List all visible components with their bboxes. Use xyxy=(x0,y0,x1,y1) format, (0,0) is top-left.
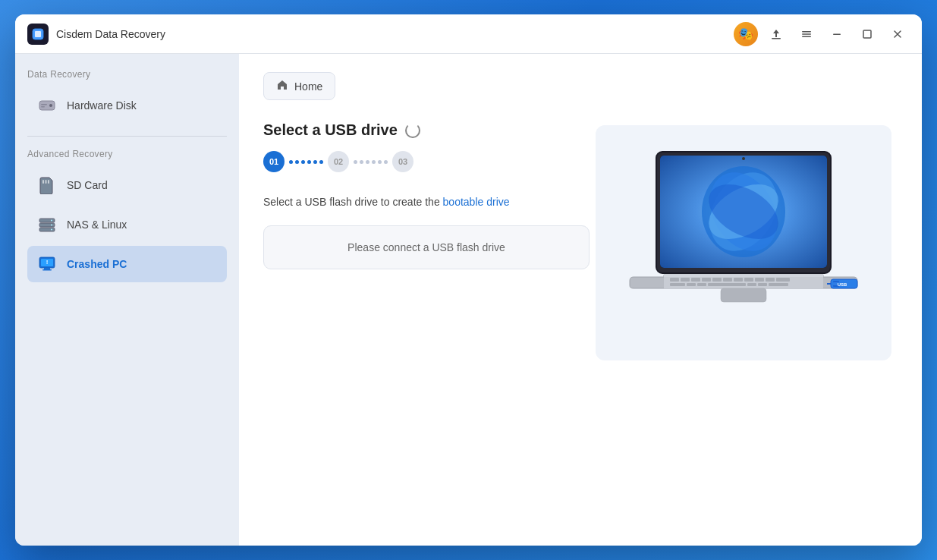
svg-rect-46 xyxy=(776,278,790,282)
title-bar-left: Cisdem Data Recovery xyxy=(27,24,734,45)
svg-rect-38 xyxy=(691,278,700,282)
svg-rect-37 xyxy=(681,278,690,282)
sidebar-item-hardware-disk-label: Hardware Disk xyxy=(67,99,137,112)
step-dot xyxy=(360,160,363,164)
svg-rect-52 xyxy=(758,283,767,286)
svg-point-9 xyxy=(49,104,52,107)
svg-point-34 xyxy=(742,157,745,160)
hardware-disk-icon xyxy=(36,95,58,116)
app-icon xyxy=(27,24,49,45)
page-title: Select a USB drive xyxy=(263,121,590,139)
sidebar-item-hardware-disk[interactable]: Hardware Disk xyxy=(27,87,227,124)
svg-rect-50 xyxy=(708,283,746,286)
svg-rect-45 xyxy=(766,278,775,282)
sidebar-item-crashed-pc[interactable]: ! Crashed PC xyxy=(27,246,227,282)
sidebar: Data Recovery Hardware Disk Advanced Rec… xyxy=(15,54,239,546)
step-dot xyxy=(372,160,376,164)
step-dots-1-2 xyxy=(285,160,328,164)
svg-rect-53 xyxy=(769,283,788,286)
svg-rect-47 xyxy=(670,283,685,286)
svg-rect-54 xyxy=(721,288,766,302)
sidebar-item-sd-card-label: SD Card xyxy=(67,179,108,191)
step-dot xyxy=(319,160,323,164)
step-dots-2-3 xyxy=(349,160,392,164)
laptop-illustration: USB xyxy=(611,137,876,349)
refresh-icon[interactable] xyxy=(405,123,420,138)
svg-point-18 xyxy=(51,220,52,222)
sd-card-icon xyxy=(36,175,58,196)
sidebar-section-data-recovery: Data Recovery xyxy=(27,69,227,80)
menu-button[interactable] xyxy=(794,22,819,46)
step-dot xyxy=(301,160,305,164)
svg-rect-49 xyxy=(697,283,706,286)
upload-button[interactable] xyxy=(764,22,788,46)
usb-select-box[interactable]: Please connect a USB flash drive xyxy=(263,225,590,269)
content-body: Select a USB drive 01 xyxy=(263,121,898,364)
app-window: Cisdem Data Recovery 🎭 Data Recovery xyxy=(15,14,922,546)
step-3: 03 xyxy=(392,151,413,172)
illustration-container: USB xyxy=(596,125,891,360)
step-dot xyxy=(289,160,293,164)
step-dot xyxy=(384,160,388,164)
home-breadcrumb[interactable]: Home xyxy=(263,72,335,100)
svg-rect-5 xyxy=(802,36,811,37)
minimize-button[interactable] xyxy=(825,22,849,46)
svg-rect-10 xyxy=(41,104,47,105)
svg-rect-48 xyxy=(687,283,696,286)
steps-row: 01 02 xyxy=(263,151,590,172)
svg-rect-55 xyxy=(664,275,823,277)
svg-rect-7 xyxy=(863,30,871,38)
svg-rect-4 xyxy=(802,33,811,35)
step-dot xyxy=(366,160,369,164)
sidebar-item-sd-card[interactable]: SD Card xyxy=(27,167,227,203)
svg-rect-40 xyxy=(712,278,722,282)
sidebar-item-nas-linux[interactable]: NAS & Linux xyxy=(27,206,227,243)
svg-rect-11 xyxy=(41,106,45,108)
step-dot xyxy=(295,160,299,164)
content-area: Home Select a USB drive 01 xyxy=(239,54,922,546)
sidebar-item-crashed-pc-label: Crashed PC xyxy=(67,258,127,270)
svg-point-20 xyxy=(51,229,52,231)
home-label: Home xyxy=(294,80,322,93)
svg-point-19 xyxy=(51,225,52,226)
user-avatar[interactable]: 🎭 xyxy=(734,22,758,46)
sidebar-item-nas-linux-label: NAS & Linux xyxy=(67,219,127,231)
svg-text:!: ! xyxy=(46,259,49,266)
svg-rect-41 xyxy=(723,278,732,282)
svg-rect-36 xyxy=(670,278,679,282)
step-dot xyxy=(378,160,382,164)
title-bar-controls: 🎭 xyxy=(734,22,910,46)
crashed-pc-icon: ! xyxy=(36,253,58,275)
svg-rect-43 xyxy=(744,278,753,282)
svg-rect-12 xyxy=(42,180,44,184)
illustration-wrapper: USB xyxy=(590,121,898,364)
home-icon xyxy=(276,79,288,93)
title-bar: Cisdem Data Recovery 🎭 xyxy=(15,14,922,54)
usb-placeholder-text: Please connect a USB flash drive xyxy=(347,241,505,253)
maximize-button[interactable] xyxy=(855,22,879,46)
main-layout: Data Recovery Hardware Disk Advanced Rec… xyxy=(15,54,922,546)
step-dot xyxy=(354,160,357,164)
sidebar-section-advanced: Advanced Recovery xyxy=(27,149,227,159)
svg-rect-1 xyxy=(35,31,41,37)
description-highlight: bootable drive xyxy=(443,196,510,208)
svg-rect-3 xyxy=(802,31,811,33)
sidebar-divider xyxy=(27,136,227,137)
left-column: Select a USB drive 01 xyxy=(263,121,590,364)
svg-text:USB: USB xyxy=(838,282,847,287)
svg-rect-24 xyxy=(42,269,52,271)
close-button[interactable] xyxy=(885,22,910,46)
svg-rect-39 xyxy=(702,278,711,282)
step-1: 01 xyxy=(263,151,285,172)
step-2: 02 xyxy=(328,151,349,172)
nas-linux-icon xyxy=(36,214,58,235)
svg-rect-6 xyxy=(833,33,841,35)
svg-rect-13 xyxy=(46,180,47,184)
svg-rect-42 xyxy=(734,278,743,282)
svg-rect-2 xyxy=(772,38,781,39)
description-text: Select a USB flash drive to create the b… xyxy=(263,193,590,210)
svg-rect-44 xyxy=(755,278,764,282)
step-dot xyxy=(307,160,311,164)
app-title: Cisdem Data Recovery xyxy=(56,28,165,40)
svg-rect-14 xyxy=(48,180,49,184)
